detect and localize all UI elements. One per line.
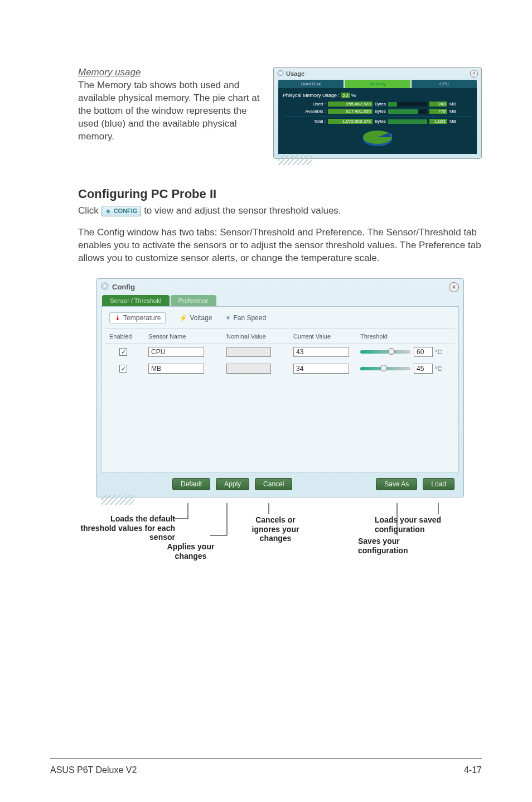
usage-window: Usage × Hard Disk Memory CPU Phisycal Me… <box>273 67 482 159</box>
disc-icon <box>277 70 284 78</box>
row-total-mb-unit: MB <box>449 119 456 124</box>
row-used-mb: 243 <box>429 102 447 107</box>
usage-pct-unit: % <box>351 93 356 98</box>
unit-label: °C <box>435 349 442 355</box>
col-threshold: Threshold <box>360 333 451 340</box>
callouts: Loads the default threshold values for e… <box>96 503 464 576</box>
sensor-name-field[interactable]: CPU <box>148 347 204 357</box>
unit-label: °C <box>435 365 442 372</box>
resize-grip-icon: · · · · · <box>105 479 139 485</box>
apply-button[interactable]: Apply <box>216 478 249 490</box>
row-total-bytes: 1,072,869,376 <box>328 119 373 124</box>
callout-loads-default: Loads the default threshold values for e… <box>80 514 175 542</box>
inner-tab-voltage[interactable]: ⚡ Voltage <box>179 312 212 323</box>
memory-usage-paragraph: The Memory tab shows both used and avail… <box>78 79 262 143</box>
save-as-button[interactable]: Save As <box>376 478 417 490</box>
threshold-slider[interactable] <box>360 367 410 370</box>
svg-point-6 <box>104 285 106 287</box>
config-window: Config × Sensor / Threshold Preference 🌡… <box>96 278 464 497</box>
inner-tab-temperature[interactable]: 🌡 Temperature <box>109 312 166 323</box>
usage-heading-label: Phisycal Memory Usage : <box>283 93 340 98</box>
row-avail-bytes: 817,401,856 <box>328 109 373 114</box>
callout-applies: Applies your changes <box>157 542 224 561</box>
col-nominal-value: Nominal Value <box>226 333 293 340</box>
enabled-checkbox[interactable]: ✓ <box>119 348 127 356</box>
footer-right: 4-17 <box>464 765 482 775</box>
usage-pct-value: 23 <box>341 93 350 98</box>
voltage-icon: ⚡ <box>179 314 187 322</box>
svg-marker-4 <box>106 209 110 214</box>
close-icon[interactable]: × <box>449 282 459 292</box>
tab-preference[interactable]: Preference <box>171 295 216 306</box>
current-value-field: 34 <box>293 364 349 374</box>
tab-hard-disk[interactable]: Hard Disk <box>278 80 344 88</box>
row-total-bytes-unit: Bytes <box>375 119 386 124</box>
config-window-title: Config <box>112 283 135 291</box>
nominal-value-field <box>226 347 271 357</box>
svg-point-1 <box>279 72 282 74</box>
nominal-value-field <box>226 364 271 374</box>
row-used-mb-unit: MB <box>449 102 456 107</box>
usage-window-title: Usage <box>286 70 304 77</box>
row-avail-bytes-unit: Bytes <box>375 109 386 114</box>
click-config-paragraph: Click CONFIG to view and adjust the sens… <box>78 205 482 218</box>
row-total-label: Total : <box>299 119 326 124</box>
config-description-paragraph: The Config window has two tabs: Sensor/T… <box>78 226 482 265</box>
sensor-name-field[interactable]: MB <box>148 364 204 374</box>
col-current-value: Current Value <box>293 333 360 340</box>
threshold-value-field[interactable]: 45 <box>414 364 433 374</box>
table-row: ✓ MB 34 45 °C <box>105 360 455 377</box>
row-avail-mb: 779 <box>429 109 447 114</box>
cancel-button[interactable]: Cancel <box>255 478 292 490</box>
tab-memory[interactable]: Memory <box>345 80 410 88</box>
load-button[interactable]: Load <box>423 478 454 490</box>
row-total-mb: 1,023 <box>429 119 447 124</box>
footer-divider <box>50 758 482 758</box>
row-used-bytes-unit: Bytes <box>375 102 386 107</box>
configuring-heading: Configuring PC Probe II <box>78 187 482 201</box>
pie-chart-icon <box>361 127 394 149</box>
config-inline-button[interactable]: CONFIG <box>101 206 142 216</box>
disc-icon <box>101 282 109 292</box>
row-avail-label: Available : <box>299 109 326 114</box>
fan-icon: ✶ <box>225 314 231 322</box>
col-enabled: Enabled <box>109 333 148 340</box>
tab-cpu[interactable]: CPU <box>412 80 477 88</box>
row-total-bar <box>388 119 427 124</box>
tab-sensor-threshold[interactable]: Sensor / Threshold <box>102 295 170 306</box>
threshold-slider[interactable] <box>360 350 410 354</box>
thermometer-icon: 🌡 <box>114 314 121 322</box>
row-avail-mb-unit: MB <box>449 109 456 114</box>
inner-tab-fan-speed[interactable]: ✶ Fan Speed <box>225 312 266 323</box>
table-row: ✓ CPU 43 60 °C <box>105 344 455 360</box>
callout-loads-saved: Loads your saved configuration <box>375 515 470 534</box>
callout-saves: Saves your configuration <box>358 537 442 555</box>
current-value-field: 43 <box>293 347 349 357</box>
row-avail-bar <box>388 109 427 114</box>
row-used-bar <box>388 102 427 107</box>
row-used-bytes: 255,467,520 <box>328 102 373 107</box>
close-icon[interactable]: × <box>470 70 478 78</box>
enabled-checkbox[interactable]: ✓ <box>119 365 127 373</box>
default-button[interactable]: Default <box>172 478 210 490</box>
threshold-value-field[interactable]: 60 <box>414 347 433 357</box>
row-used-label: Used : <box>299 102 326 107</box>
memory-usage-heading: Memory usage <box>78 67 262 78</box>
footer-left: ASUS P6T Deluxe V2 <box>50 765 137 775</box>
callout-cancels: Cancels or ignores your changes <box>242 515 309 543</box>
col-sensor-name: Sensor Name <box>148 333 226 340</box>
